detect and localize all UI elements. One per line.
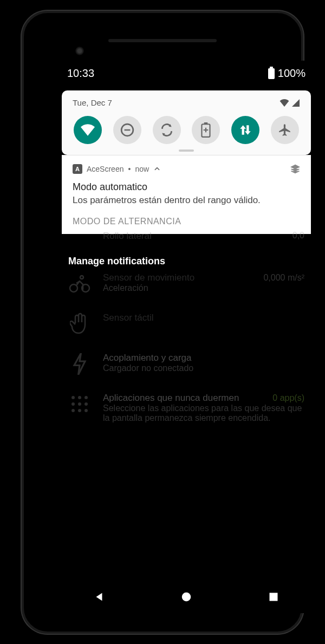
background-app-content: Sensor de movimiento Aceleración 0,000 m… (55, 272, 317, 432)
bg-touch-title: Sensor táctil (103, 313, 304, 323)
screen: 10:33 100% Tue, Dec 7 (55, 61, 317, 613)
bg-apps-sub: Seleccione las aplicaciones para las que… (103, 404, 304, 423)
quick-settings-panel: Tue, Dec 7 (62, 90, 311, 155)
nav-back-button[interactable] (92, 590, 106, 604)
lightning-icon (68, 353, 91, 375)
battery-percent: 100% (278, 67, 306, 80)
apps-grid-icon (68, 393, 91, 415)
bg-item-roll: Rollo lateral 0,0 (55, 231, 317, 242)
status-right: 100% (268, 67, 306, 80)
bg-item-apps: Aplicaciones que nunca duermen 0 app(s) … (68, 384, 304, 432)
bg-motion-value: 0,000 m/s² (263, 273, 304, 283)
dnd-icon (120, 123, 134, 137)
notification-card[interactable]: A AceScreen • now Modo automatico Los pa… (62, 155, 311, 234)
qs-dnd-tile[interactable] (113, 116, 141, 144)
shade-status-icons (280, 99, 300, 107)
manage-notifications-link[interactable]: Manage notifications (55, 242, 317, 272)
hand-icon (68, 313, 91, 335)
notification-group-icon[interactable] (290, 164, 300, 174)
bg-motion-sub: Aceleración (103, 283, 194, 293)
bicycle-icon (68, 272, 91, 295)
svg-point-6 (80, 276, 83, 279)
separator-dot: • (128, 165, 131, 173)
speaker-grille (108, 39, 217, 42)
shade-drag-handle[interactable] (179, 149, 194, 152)
notification-body: Los parámetros están dentro del rango vá… (73, 195, 300, 206)
autorotate-icon (160, 123, 174, 137)
svg-rect-3 (204, 122, 207, 124)
notification-time: now (135, 165, 149, 173)
svg-point-15 (84, 409, 88, 412)
qs-wifi-tile[interactable] (74, 116, 102, 144)
shade-date: Tue, Dec 7 (73, 98, 112, 107)
svg-point-11 (78, 402, 81, 406)
qs-airplane-tile[interactable] (271, 116, 299, 144)
svg-point-13 (72, 409, 75, 412)
svg-point-4 (70, 284, 77, 292)
nav-home-button[interactable] (179, 590, 193, 604)
bg-dock-title: Acoplamiento y carga (103, 353, 304, 363)
notification-title: Modo automatico (73, 181, 300, 193)
svg-point-14 (78, 409, 81, 412)
clock: 10:33 (67, 67, 94, 80)
battery-saver-icon (200, 122, 211, 138)
wifi-icon (81, 124, 95, 136)
bg-motion-title: Sensor de movimiento (103, 272, 194, 283)
notification-header: A AceScreen • now (73, 164, 300, 174)
bg-item-dock: Acoplamiento y carga Cargador no conecta… (68, 344, 304, 384)
quick-settings-row (62, 110, 311, 155)
airplane-icon (278, 123, 292, 137)
phone-frame: 10:33 100% Tue, Dec 7 (22, 11, 303, 634)
svg-rect-17 (270, 593, 278, 601)
nav-recents-button[interactable] (266, 590, 281, 604)
svg-point-12 (84, 402, 88, 406)
shade-header: Tue, Dec 7 (62, 90, 311, 110)
status-bar: 10:33 100% (55, 61, 317, 84)
svg-point-16 (182, 593, 191, 602)
front-camera (75, 47, 84, 55)
qs-autorotate-tile[interactable] (153, 116, 181, 144)
svg-point-7 (72, 396, 75, 399)
bg-item-touch: Sensor táctil (68, 304, 304, 344)
mobile-data-icon (238, 123, 252, 137)
battery-icon (268, 68, 275, 79)
notification-action-button[interactable]: MODO DE ALTERNANCIA (73, 217, 300, 226)
svg-point-9 (84, 396, 88, 399)
cellular-status-icon (291, 99, 300, 107)
qs-mobiledata-tile[interactable] (231, 116, 259, 144)
wifi-status-icon (280, 99, 289, 107)
bg-roll-value: 0,0 (292, 231, 304, 242)
bg-roll-title: Rollo lateral (103, 231, 292, 242)
chevron-up-icon[interactable] (153, 165, 161, 173)
bg-apps-value: 0 app(s) (272, 393, 304, 403)
qs-battery-saver-tile[interactable] (192, 116, 220, 144)
bg-item-motion: Sensor de movimiento Aceleración 0,000 m… (68, 272, 304, 304)
navigation-bar (55, 581, 317, 613)
svg-point-8 (78, 396, 81, 399)
notification-app-name: AceScreen (87, 165, 123, 173)
notification-app-icon: A (73, 164, 82, 174)
bg-apps-title: Aplicaciones que nunca duermen (103, 393, 239, 404)
bg-dock-sub: Cargador no conectado (103, 363, 304, 373)
svg-point-10 (72, 402, 75, 406)
